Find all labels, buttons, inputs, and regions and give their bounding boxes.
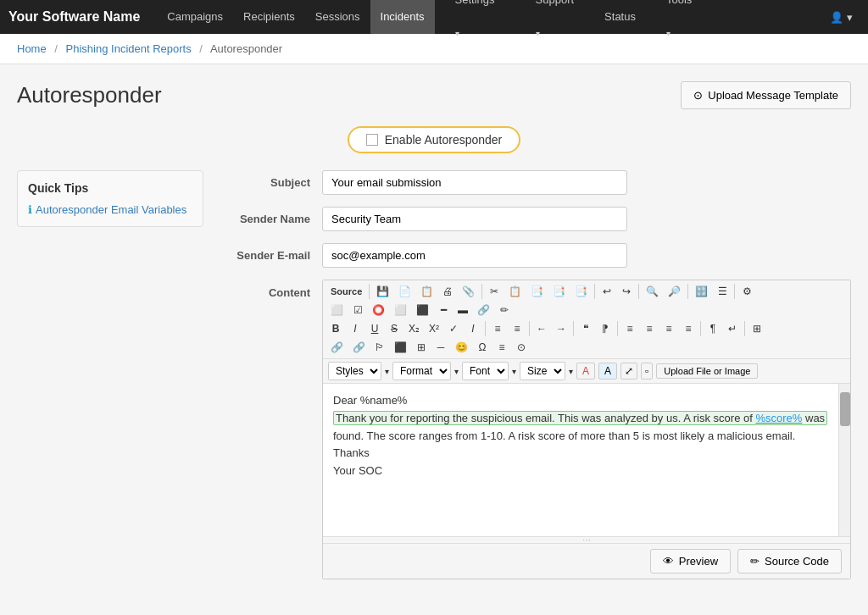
source-code-button[interactable]: ✏ Source Code	[737, 549, 842, 573]
editor-line-1: Dear %name%	[333, 392, 828, 410]
toolbar-paste-button[interactable]: 📑	[526, 283, 548, 300]
toolbar-sep-4	[638, 284, 639, 299]
toolbar-italic-button[interactable]: I	[346, 320, 364, 337]
toolbar-undo-button[interactable]: ↩	[598, 283, 616, 300]
font-color-button[interactable]: A	[576, 363, 595, 380]
toolbar-print-button[interactable]: 🖨	[438, 283, 457, 300]
toolbar-subscript-button[interactable]: X₂	[404, 320, 424, 337]
toolbar-table-button[interactable]: ⊞	[748, 320, 766, 337]
toolbar-smiley2-button[interactable]: 😊	[451, 339, 472, 356]
toolbar-ol-button[interactable]: ≡	[488, 320, 507, 337]
toolbar-copy-button[interactable]: 📋	[504, 283, 526, 300]
nav-incidents[interactable]: Incidents	[370, 0, 435, 34]
toolbar-bold-button[interactable]: B	[326, 320, 345, 337]
toolbar-smiley-button[interactable]: ✏	[495, 302, 514, 319]
content-layout: Quick Tips ℹ Autoresponder Email Variabl…	[17, 170, 851, 579]
toolbar-spell-button[interactable]: 📎	[458, 283, 479, 300]
block-button[interactable]: ▫	[641, 363, 653, 380]
toolbar-p-button[interactable]: ⁋	[596, 320, 615, 337]
upload-message-template-button[interactable]: ⊙ Upload Message Template	[681, 81, 851, 109]
nav-campaigns[interactable]: Campaigns	[157, 0, 233, 34]
format-select[interactable]: Format	[392, 362, 451, 380]
preview-button[interactable]: 👁 Preview	[650, 549, 731, 573]
toolbar-hr-button[interactable]: ─	[431, 339, 450, 356]
nav-user[interactable]: 👤 ▾	[823, 11, 860, 24]
toolbar-align-left-button[interactable]: ≡	[620, 320, 639, 337]
toolbar-sep-7	[485, 321, 486, 336]
toolbar-special-char-button[interactable]: Ω	[473, 339, 492, 356]
size-select[interactable]: Size	[520, 362, 565, 380]
content-row: Content Source 💾 📄 📋 🖨 📎	[220, 280, 851, 579]
toolbar-source-button[interactable]: Source	[326, 284, 366, 299]
toolbar-outdent-button[interactable]: ←	[532, 320, 551, 337]
toolbar-dir-ltr-button[interactable]: ¶	[704, 320, 722, 337]
nav-settings[interactable]: Settings ▾	[435, 0, 515, 51]
toolbar-sep-2	[481, 284, 482, 299]
toolbar-preview-button[interactable]: 📋	[416, 283, 437, 300]
toolbar-italic2-button[interactable]: I	[464, 320, 482, 337]
toolbar-textarea-button[interactable]: ⬛	[412, 302, 433, 319]
subject-input[interactable]	[322, 170, 627, 195]
toolbar-underline-button[interactable]: U	[365, 320, 384, 337]
brand-name: Your Software Name	[8, 9, 140, 25]
toolbar-checkbox-button[interactable]: ☑	[348, 302, 367, 319]
font-select[interactable]: Font	[462, 362, 509, 380]
toolbar-color-button[interactable]: ⬛	[390, 339, 411, 356]
toolbar-paste-text-button[interactable]: 📑	[548, 283, 570, 300]
toolbar-iframe-button[interactable]: ⊙	[512, 339, 531, 356]
toolbar-align-right-button[interactable]: ≡	[659, 320, 678, 337]
toolbar-anchor-button[interactable]: 🏳	[370, 339, 389, 356]
nav-recipients[interactable]: Recipients	[233, 0, 305, 34]
info-icon: ℹ	[28, 203, 32, 216]
toolbar-image-button[interactable]: ▬	[453, 302, 472, 319]
email-variables-link[interactable]: ℹ Autoresponder Email Variables	[28, 203, 192, 216]
toolbar-dir-rtl-button[interactable]: ↵	[723, 320, 742, 337]
toolbar-align-justify-button[interactable]: ≡	[679, 320, 698, 337]
enable-checkbox[interactable]	[366, 134, 378, 146]
toolbar-blockquote-button[interactable]: ❝	[576, 320, 595, 337]
toolbar-remove-format-button[interactable]: ☰	[713, 283, 732, 300]
toolbar-flash-button[interactable]: 🔗	[473, 302, 494, 319]
toolbar-superscript-button[interactable]: X²	[425, 320, 443, 337]
upload-file-button[interactable]: Upload File or Image	[656, 363, 758, 379]
page-title: Autoresponder	[17, 82, 162, 108]
toolbar-select-button[interactable]: ⬜	[390, 302, 411, 319]
toolbar-strikethrough-button[interactable]: S	[385, 320, 403, 337]
breadcrumb-home[interactable]: Home	[17, 42, 47, 55]
toolbar-replace-button[interactable]: 🔎	[664, 283, 685, 300]
fullscreen-button[interactable]: ⤢	[620, 363, 637, 380]
toolbar-find-button[interactable]: 🔍	[642, 283, 663, 300]
sender-email-input[interactable]	[322, 243, 627, 268]
font-bg-color-button[interactable]: A	[598, 363, 617, 380]
preview-icon: 👁	[663, 555, 674, 568]
toolbar-ul-button[interactable]: ≡	[508, 320, 526, 337]
toolbar-button-button[interactable]: ━	[434, 302, 453, 319]
user-icon[interactable]: 👤 ▾	[823, 11, 860, 24]
toolbar-more-button[interactable]: ⚙	[737, 283, 756, 300]
nav-sessions[interactable]: Sessions	[305, 0, 370, 34]
toolbar-pastespecial-button[interactable]: ≡	[492, 339, 511, 356]
editor-body[interactable]: Dear %name% Thank you for reporting the …	[323, 384, 838, 536]
toolbar-link-button[interactable]: 🔗	[326, 339, 348, 356]
breadcrumb-section[interactable]: Phishing Incident Reports	[66, 42, 192, 55]
toolbar-align-center-button[interactable]: ≡	[640, 320, 659, 337]
styles-select[interactable]: Styles	[328, 362, 381, 380]
toolbar-radio-button[interactable]: ⭕	[368, 302, 389, 319]
toolbar-redo-button[interactable]: ↪	[617, 283, 636, 300]
editor-resize-handle[interactable]: ⋯	[323, 536, 850, 543]
nav-support[interactable]: Support ▾	[515, 0, 595, 51]
toolbar-table2-button[interactable]: ⊞	[412, 339, 431, 356]
enable-autoresponder-button[interactable]: Enable Autoresponder	[348, 126, 521, 153]
nav-tools[interactable]: Tools ▾	[646, 0, 712, 51]
nav-status[interactable]: Status	[594, 0, 646, 34]
toolbar-check-button[interactable]: ✓	[444, 320, 463, 337]
toolbar-indent-button[interactable]: →	[552, 320, 570, 337]
sender-name-input[interactable]	[322, 207, 627, 231]
toolbar-unlink-button[interactable]: 🔗	[348, 339, 370, 356]
toolbar-form-button[interactable]: ⬜	[326, 302, 348, 319]
toolbar-new-button[interactable]: 📄	[394, 283, 415, 300]
toolbar-select-all-button[interactable]: 🔡	[691, 283, 712, 300]
toolbar-cut-button[interactable]: ✂	[485, 283, 504, 300]
toolbar-save-button[interactable]: 💾	[372, 283, 393, 300]
toolbar-paste-word-button[interactable]: 📑	[570, 283, 592, 300]
